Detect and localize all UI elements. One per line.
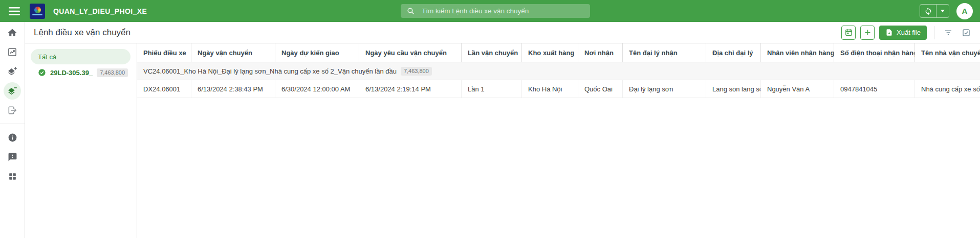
sidebar-item-apps[interactable]: [2, 166, 23, 186]
cell: Nguyễn Văn A: [761, 80, 834, 98]
page-header: Lệnh điều xe vận chuyển Xuất file: [25, 22, 980, 43]
cell: 6/30/2024 12:00:00 AM: [275, 80, 359, 98]
add-button[interactable]: [860, 26, 875, 40]
active-item-highlight: [4, 82, 21, 100]
group-amount-badge: 7,463,800: [401, 67, 432, 76]
appbar: QUAN_LY_DIEU_PHOI_XE A: [0, 0, 980, 22]
export-file-label: Xuất file: [897, 29, 921, 36]
logo-text-line: [32, 14, 42, 15]
info-icon: [8, 133, 17, 142]
check-circle-icon: [38, 68, 46, 77]
cell: Lang son lang son: [706, 80, 761, 98]
sync-icon: [924, 7, 932, 15]
grid-header-row: Phiếu điều xe Ngày vận chuyển Ngày dự ki…: [137, 43, 980, 62]
column-header[interactable]: Số điện thoại nhận hàng: [834, 43, 915, 62]
column-header[interactable]: Ngày vận chuyển: [191, 43, 275, 62]
column-chooser-button[interactable]: [960, 26, 973, 39]
menu-button[interactable]: [7, 5, 22, 17]
logo-emblem-icon: [34, 7, 41, 13]
column-header[interactable]: Phiếu điều xe: [137, 43, 191, 62]
cell: 6/13/2024 2:19:14 PM: [359, 80, 462, 98]
table-row[interactable]: DX24.06001 6/13/2024 2:38:43 PM 6/30/202…: [137, 80, 980, 98]
column-header[interactable]: Nhân viên nhận hàng: [761, 43, 834, 62]
sidebar-item-home[interactable]: [2, 23, 23, 42]
sidebar-divider: [0, 124, 25, 124]
home-icon: [7, 28, 17, 38]
sync-split-button[interactable]: [920, 4, 949, 18]
vehicle-filter-item[interactable]: 29LD-305.39_ 7,463,800: [31, 65, 130, 80]
sidebar-item-dispatch-orders[interactable]: [2, 81, 23, 101]
app-logo: [30, 4, 45, 19]
dispatch-grid: Phiếu điều xe Ngày vận chuyển Ngày dự ki…: [137, 43, 980, 238]
cell: Kho Hà Nội: [522, 80, 578, 98]
column-header[interactable]: Lần vận chuyển: [462, 43, 522, 62]
cell: Đại lý lạng sơn: [623, 80, 706, 98]
layers-remove-icon: [7, 86, 18, 97]
app-title: QUAN_LY_DIEU_PHOI_XE: [53, 7, 147, 15]
sidebar-item-add-dispatch[interactable]: [2, 62, 23, 81]
cell: 0947841045: [834, 80, 915, 98]
cell: Lần 1: [462, 80, 522, 98]
vehicle-amount-badge: 7,463,800: [97, 68, 128, 77]
line-chart-icon: [7, 47, 17, 57]
plus-icon: [863, 28, 872, 37]
cell: DX24.06001: [137, 80, 191, 98]
search-icon: [406, 7, 415, 15]
column-header[interactable]: Kho xuất hàng: [522, 43, 578, 62]
vehicle-plate: 29LD-305.39_: [50, 69, 93, 77]
column-header[interactable]: Ngày dự kiến giao: [275, 43, 359, 62]
sidebar-item-info[interactable]: [2, 128, 23, 147]
column-header[interactable]: Tên đại lý nhận: [623, 43, 706, 62]
filter-all-label: Tất cả: [38, 53, 56, 61]
avatar[interactable]: A: [956, 3, 973, 19]
checkbox-icon: [962, 28, 971, 37]
column-header[interactable]: Địa chỉ đại lý: [706, 43, 761, 62]
cell: Nhà cung cấp xe số 2: [915, 80, 980, 98]
date-filter-button[interactable]: [841, 26, 856, 40]
column-header[interactable]: Tên nhà vận chuyển: [915, 43, 980, 62]
column-header[interactable]: Nơi nhận: [578, 43, 623, 62]
sidebar: [0, 22, 25, 238]
layers-add-icon: [7, 66, 18, 77]
caret-down-icon: [941, 10, 945, 12]
hamburger-icon: [9, 7, 20, 15]
search-input[interactable]: [421, 7, 584, 15]
sidebar-item-export[interactable]: [2, 101, 23, 120]
export-file-button[interactable]: Xuất file: [879, 26, 927, 40]
global-search[interactable]: [401, 4, 590, 18]
vehicle-filter-panel: Tất cả 29LD-305.39_ 7,463,800: [25, 43, 137, 238]
filter-icon: [944, 28, 953, 37]
sidebar-item-feedback[interactable]: [2, 147, 23, 166]
column-header[interactable]: Ngày yêu cầu vận chuyển: [359, 43, 462, 62]
calendar-icon: [844, 28, 853, 37]
page-title: Lệnh điều xe vận chuyển: [34, 28, 130, 38]
filter-button[interactable]: [942, 26, 955, 39]
sync-dropdown-button[interactable]: [937, 10, 949, 12]
filter-all-pill[interactable]: Tất cả: [31, 49, 130, 64]
feedback-icon: [8, 152, 17, 162]
group-row-label: VC24.06001_Kho Hà Nội_Đại lý lạng sơn_Nh…: [143, 67, 397, 75]
sidebar-item-report[interactable]: [2, 42, 23, 62]
export-icon: [7, 105, 17, 115]
cell: Quốc Oai: [578, 80, 623, 98]
toolbar-divider: [934, 26, 934, 39]
group-row[interactable]: VC24.06001_Kho Hà Nội_Đại lý lạng sơn_Nh…: [137, 62, 980, 80]
apps-grid-icon: [8, 172, 17, 181]
cell: 6/13/2024 2:38:43 PM: [191, 80, 275, 98]
sync-button[interactable]: [920, 7, 936, 15]
file-download-icon: [885, 29, 893, 36]
